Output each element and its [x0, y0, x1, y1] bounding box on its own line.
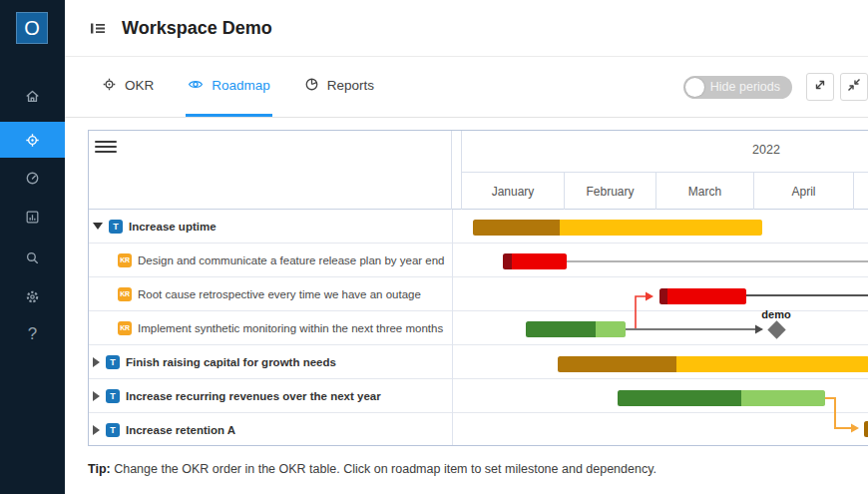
hide-periods-toggle[interactable]: Hide periods — [683, 76, 792, 99]
hide-periods-label: Hide periods — [710, 80, 780, 94]
tip-body: Change the OKR order in the OKR table. C… — [111, 462, 656, 476]
caret-right-icon[interactable] — [93, 357, 100, 367]
caret-down-icon[interactable] — [93, 223, 103, 230]
gantt-row-kr[interactable]: KR Design and communicate a feature rele… — [89, 244, 868, 277]
gantt-row-objective[interactable]: T Increase retention A — [89, 413, 868, 446]
kr-badge: KR — [118, 321, 132, 335]
month-header-row: January February March April — [462, 172, 868, 210]
eye-icon — [188, 77, 204, 95]
expand-diagonal-icon — [813, 78, 827, 96]
tab-roadmap-label: Roadmap — [212, 78, 270, 93]
gantt-bar-segment — [503, 253, 512, 269]
main-area: Workspace Demo OKR — [65, 0, 868, 494]
sidebar-item-okr[interactable] — [0, 122, 65, 158]
row-label: Finish raising capital for growth needs — [126, 356, 336, 368]
row-label: Root cause retrospective every time we h… — [138, 288, 421, 300]
gantt-bar[interactable] — [503, 253, 567, 269]
gantt-bar-segment — [526, 321, 596, 337]
tab-reports[interactable]: Reports — [302, 57, 376, 117]
app-logo[interactable]: O — [16, 12, 48, 44]
objective-badge: T — [106, 423, 120, 437]
row-label: Design and communicate a feature release… — [138, 254, 445, 266]
collapse-button[interactable] — [840, 73, 868, 101]
tab-roadmap[interactable]: Roadmap — [186, 57, 272, 117]
gantt-bar[interactable] — [864, 421, 868, 437]
gantt-bar-segment — [667, 288, 746, 304]
search-icon — [24, 249, 41, 266]
gantt-bar-segment — [676, 356, 868, 372]
gantt-bar-segment — [596, 321, 626, 337]
sidebar-item-dashboard[interactable] — [0, 160, 65, 196]
timeline-strip — [452, 131, 462, 210]
sidebar-item-analytics[interactable] — [0, 199, 65, 235]
tab-reports-label: Reports — [327, 78, 374, 93]
gantt-row-kr[interactable]: KR Root cause retrospective every time w… — [89, 277, 868, 311]
collapse-diagonal-icon — [847, 78, 861, 96]
sidebar-item-search[interactable] — [0, 240, 65, 275]
pie-chart-icon — [304, 77, 319, 95]
gantt-menu-button[interactable] — [95, 137, 117, 157]
objective-badge: T — [106, 355, 120, 369]
okr-target-icon — [102, 77, 117, 95]
tab-controls: Hide periods — [683, 57, 868, 117]
bar-chart-icon — [24, 209, 41, 226]
sidebar-item-help[interactable]: ? — [0, 316, 65, 352]
gantt-bar-segment — [512, 253, 567, 269]
objective-badge: T — [106, 389, 120, 403]
gantt-header: 2022 January February March April — [89, 131, 868, 210]
gantt-bar[interactable] — [659, 288, 746, 304]
gantt-bar[interactable] — [473, 220, 762, 236]
toggle-knob-icon — [685, 78, 704, 97]
gauge-icon — [24, 170, 41, 187]
help-icon: ? — [28, 324, 37, 344]
page-title: Workspace Demo — [122, 18, 272, 39]
home-icon — [24, 88, 41, 105]
kr-badge: KR — [118, 253, 132, 267]
tab-bar: OKR Roadmap Reports — [65, 57, 868, 118]
sidebar-item-settings[interactable] — [0, 278, 65, 314]
gantt-bar-segment — [864, 421, 868, 437]
gantt-bar[interactable] — [618, 390, 825, 406]
gantt-row-kr[interactable]: KR Implement synthetic monitoring within… — [89, 311, 868, 345]
expand-button[interactable] — [806, 73, 834, 101]
month-header: January — [462, 173, 565, 210]
month-header: April — [754, 173, 854, 210]
row-label: Increase retention A — [126, 424, 235, 436]
caret-right-icon[interactable] — [93, 425, 100, 435]
gantt-bar-segment — [618, 390, 741, 406]
tab-okr-label: OKR — [125, 78, 154, 93]
top-bar: Workspace Demo — [65, 0, 868, 57]
gantt-bar[interactable] — [526, 321, 626, 337]
app-window: O — [0, 0, 868, 494]
gantt-bar-segment — [560, 220, 762, 236]
month-header: March — [656, 173, 754, 210]
tip-text: Tip: Change the OKR order in the OKR tab… — [88, 462, 868, 476]
caret-right-icon[interactable] — [93, 391, 100, 401]
roadmap-gantt: 2022 January February March April T Incr… — [88, 130, 868, 446]
objective-badge: T — [109, 220, 123, 234]
row-label: Increase uptime — [129, 221, 217, 233]
gantt-bar-segment — [558, 356, 676, 372]
gantt-bar-segment — [741, 390, 825, 406]
gantt-bar-segment — [659, 288, 667, 304]
row-label: Implement synthetic monitoring within th… — [138, 322, 443, 334]
collapse-sidebar-icon[interactable] — [88, 20, 108, 37]
kr-badge: KR — [118, 287, 132, 301]
gantt-body: T Increase uptime KR Design and communic… — [89, 210, 868, 446]
year-header: 2022 — [736, 143, 796, 157]
month-header: February — [565, 173, 656, 210]
row-label: Increase recurring revenues over the nex… — [126, 390, 381, 402]
gantt-bar[interactable] — [558, 356, 868, 372]
sidebar-item-home[interactable] — [0, 78, 65, 114]
panel-divider — [452, 210, 453, 446]
gantt-corner — [89, 131, 452, 210]
target-icon — [24, 132, 41, 149]
gear-icon — [24, 288, 41, 305]
sidebar: O — [0, 0, 65, 494]
gantt-bar-segment — [473, 220, 560, 236]
tab-okr[interactable]: OKR — [100, 57, 156, 117]
month-header-clipped — [854, 173, 868, 210]
tip-prefix: Tip: — [88, 462, 111, 476]
